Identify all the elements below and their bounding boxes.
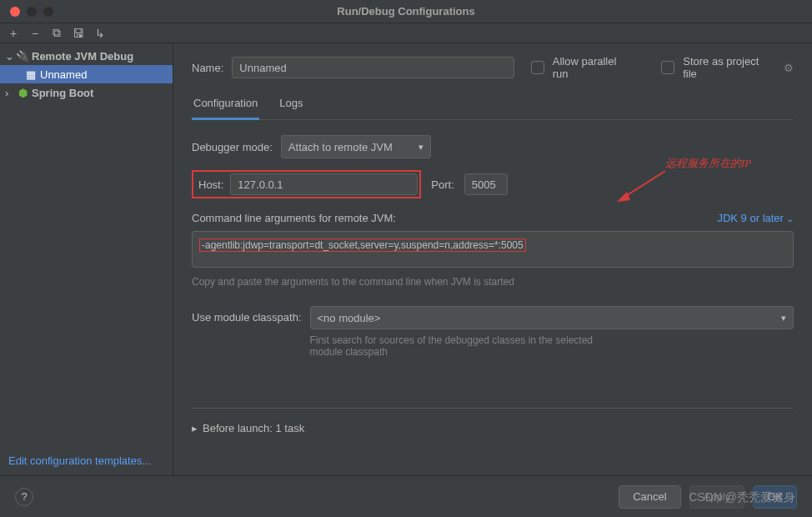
- minimize-window-icon[interactable]: [27, 7, 37, 17]
- footer: ? Cancel Apply OK: [0, 475, 812, 517]
- chevron-right-icon: ▸: [192, 422, 198, 434]
- toolbar: + − ⧉ 🖫 ↳: [0, 23, 812, 43]
- store-project-label: Store as project file: [683, 55, 775, 80]
- tab-configuration[interactable]: Configuration: [192, 92, 259, 120]
- name-row: Name: Allow parallel run Store as projec…: [192, 55, 794, 80]
- copy-config-icon[interactable]: ⧉: [50, 27, 63, 40]
- cmd-args-hint: Copy and paste the arguments to the comm…: [192, 276, 794, 288]
- titlebar: Run/Debug Configurations: [0, 0, 812, 23]
- tabs: Configuration Logs: [192, 92, 794, 120]
- store-project-checkbox[interactable]: [661, 61, 674, 74]
- port-label: Port:: [431, 178, 454, 191]
- tree-label: Unnamed: [40, 68, 87, 81]
- add-config-icon[interactable]: +: [7, 27, 20, 40]
- module-hint: First search for sources of the debugged…: [310, 334, 627, 358]
- move-config-icon[interactable]: ↳: [93, 27, 107, 40]
- module-label: Use module classpath:: [192, 306, 302, 324]
- module-select[interactable]: <no module>: [310, 306, 794, 329]
- close-window-icon[interactable]: [10, 7, 20, 17]
- host-label: Host:: [195, 178, 223, 191]
- debug-icon: 🔌: [17, 50, 28, 62]
- apply-button[interactable]: Apply: [689, 485, 745, 509]
- cancel-button[interactable]: Cancel: [619, 485, 680, 509]
- name-input[interactable]: [232, 57, 514, 78]
- ok-button[interactable]: OK: [753, 485, 797, 509]
- cmd-args-header: Command line arguments for remote JVM: J…: [192, 212, 794, 224]
- cmd-args-label: Command line arguments for remote JVM:: [192, 212, 396, 224]
- tree-label: Spring Boot: [32, 87, 93, 99]
- allow-parallel-label: Allow parallel run: [553, 55, 635, 80]
- remove-config-icon[interactable]: −: [28, 27, 42, 40]
- module-value: <no module>: [318, 312, 381, 324]
- spring-icon: ⬢: [17, 87, 28, 98]
- tree-label: Remote JVM Debug: [32, 50, 133, 63]
- tab-logs[interactable]: Logs: [278, 92, 304, 119]
- cmd-args-text: -agentlib:jdwp=transport=dt_socket,serve…: [199, 238, 526, 252]
- config-icon: ▦: [25, 68, 37, 80]
- allow-parallel-checkbox[interactable]: [531, 61, 544, 74]
- window-controls: [0, 7, 53, 17]
- host-port-row: Host: Port:: [192, 170, 794, 198]
- debugger-mode-select[interactable]: Attach to remote JVM: [281, 135, 431, 158]
- main-area: ⌄ 🔌 Remote JVM Debug ▦ Unnamed › ⬢ Sprin…: [0, 43, 812, 475]
- gear-icon[interactable]: ⚙: [784, 62, 794, 74]
- tree-item-remote-jvm-debug[interactable]: ⌄ 🔌 Remote JVM Debug: [0, 47, 173, 65]
- maximize-window-icon[interactable]: [43, 7, 53, 17]
- module-row: Use module classpath: <no module> First …: [192, 306, 794, 358]
- port-input[interactable]: [464, 173, 508, 195]
- content-panel: Name: Allow parallel run Store as projec…: [173, 43, 812, 475]
- before-launch-section[interactable]: ▸ Before launch: 1 task: [192, 422, 794, 434]
- cmd-args-box[interactable]: -agentlib:jdwp=transport=dt_socket,serve…: [192, 231, 794, 268]
- save-config-icon[interactable]: 🖫: [72, 27, 85, 40]
- name-label: Name:: [192, 62, 223, 74]
- sidebar: ⌄ 🔌 Remote JVM Debug ▦ Unnamed › ⬢ Sprin…: [0, 43, 173, 475]
- host-input[interactable]: [230, 173, 418, 195]
- tree-item-unnamed[interactable]: ▦ Unnamed: [0, 65, 173, 83]
- debugger-mode-row: Debugger mode: Attach to remote JVM: [192, 135, 794, 158]
- jdk-version-link[interactable]: JDK 9 or later: [717, 212, 794, 224]
- chevron-right-icon: ›: [5, 87, 13, 99]
- host-highlight: Host:: [192, 170, 421, 198]
- before-launch-label: Before launch: 1 task: [203, 422, 304, 434]
- help-button[interactable]: ?: [15, 488, 33, 506]
- edit-templates-link[interactable]: Edit configuration templates...: [0, 446, 173, 475]
- tree-item-spring-boot[interactable]: › ⬢ Spring Boot: [0, 83, 173, 102]
- debugger-mode-label: Debugger mode:: [192, 141, 273, 153]
- separator: [192, 408, 794, 409]
- chevron-down-icon: ⌄: [5, 50, 13, 63]
- window-title: Run/Debug Configurations: [0, 5, 812, 18]
- debugger-mode-value: Attach to remote JVM: [288, 141, 393, 153]
